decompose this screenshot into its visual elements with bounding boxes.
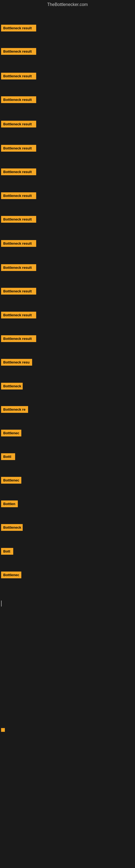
bottleneck-item-17[interactable]: Bottleneck re [1,406,28,413]
bottleneck-item-5[interactable]: Bottleneck result [1,121,36,127]
bottleneck-item-15[interactable]: Bottleneck resu [1,359,32,366]
bottleneck-item-16[interactable]: Bottleneck [1,383,23,390]
bottleneck-item-9[interactable]: Bottleneck result [1,216,36,223]
bottleneck-item-7[interactable]: Bottleneck result [1,168,36,175]
bottleneck-item-13[interactable]: Bottleneck result [1,312,36,318]
bottleneck-item-24[interactable]: Bottlenec [1,571,21,578]
bottleneck-item-4[interactable]: Bottleneck result [1,96,36,103]
site-title: TheBottlenecker.com [0,0,135,9]
bottleneck-item-14[interactable]: Bottleneck result [1,335,36,342]
bottleneck-item-2[interactable]: Bottleneck result [1,48,36,55]
bottleneck-item-19[interactable]: Bottl [1,453,15,460]
bottleneck-item-21[interactable]: Bottlen [1,500,18,507]
bottleneck-item-11[interactable]: Bottleneck result [1,264,36,271]
bottleneck-item-1[interactable]: Bottleneck result [1,25,36,31]
bottleneck-item-8[interactable]: Bottleneck result [1,192,36,199]
small-indicator-box [1,728,5,732]
bottleneck-item-22[interactable]: Bottleneck [1,524,23,531]
bottleneck-item-20[interactable]: Bottlenec [1,477,21,484]
bottleneck-item-18[interactable]: Bottlenec [1,430,21,436]
bottleneck-item-12[interactable]: Bottleneck result [1,288,36,294]
cursor-line [1,600,2,607]
bottleneck-item-10[interactable]: Bottleneck result [1,240,36,247]
bottleneck-item-3[interactable]: Bottleneck result [1,73,36,80]
bottleneck-item-23[interactable]: Bott [1,548,13,555]
bottleneck-item-6[interactable]: Bottleneck result [1,145,36,152]
